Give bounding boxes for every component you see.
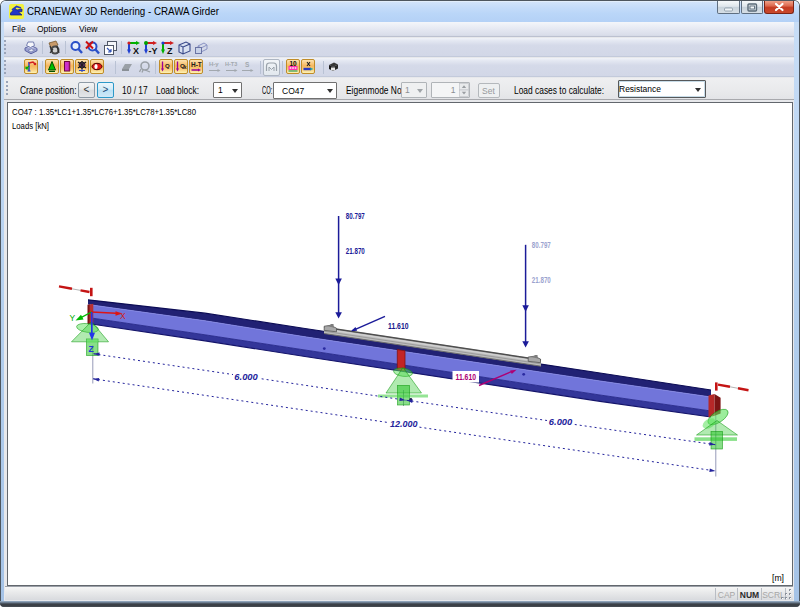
svg-text:21.870: 21.870 (346, 246, 365, 256)
svg-text:Loads [kN]: Loads [kN] (12, 120, 49, 131)
svg-text:H-y: H-y (209, 61, 219, 67)
svg-text:Y: Y (70, 313, 76, 323)
svg-text:X: X (120, 311, 126, 321)
svg-text:Z: Z (167, 46, 173, 56)
svg-text:S: S (245, 61, 250, 68)
svg-text:-Y: -Y (149, 46, 158, 56)
svg-text:6.000: 6.000 (549, 416, 573, 427)
svg-text:Q: Q (165, 63, 170, 69)
svg-text:80.797: 80.797 (532, 240, 551, 250)
svg-text:10: 10 (289, 60, 297, 67)
svg-text:Z: Z (89, 344, 94, 354)
svg-text:11.610: 11.610 (456, 372, 477, 382)
svg-text:6.000: 6.000 (234, 371, 258, 382)
svg-text:H-T: H-T (191, 61, 202, 68)
svg-text:[m]: [m] (772, 572, 784, 583)
svg-text:CO47 : 1.35*LC1+1.35*LC76+1.35: CO47 : 1.35*LC1+1.35*LC76+1.35*LC78+1.35… (12, 106, 196, 117)
svg-text:X: X (133, 46, 139, 56)
svg-text:21.870: 21.870 (532, 275, 551, 285)
svg-text:k: k (184, 65, 187, 70)
svg-text:12.000: 12.000 (390, 418, 418, 429)
svg-text:H-T3: H-T3 (225, 61, 237, 67)
svg-text:80.797: 80.797 (346, 211, 365, 221)
svg-text:11.610: 11.610 (388, 321, 409, 331)
